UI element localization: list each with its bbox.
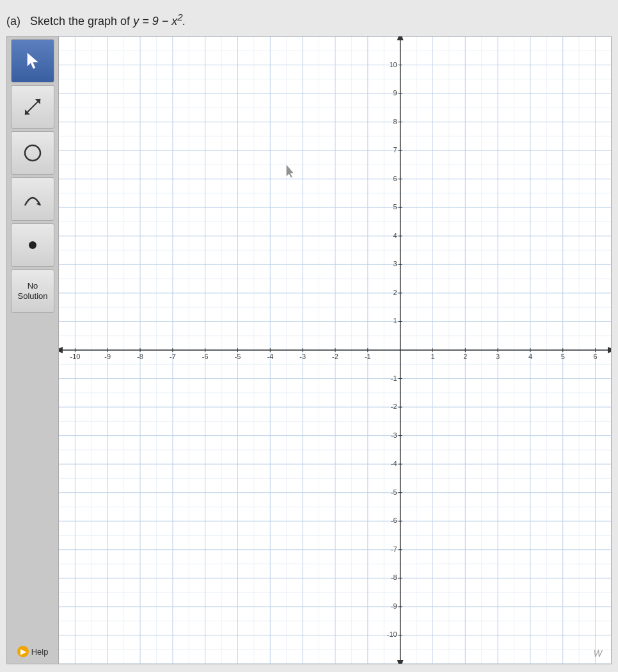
help-icon: ▶ <box>17 646 29 657</box>
page: (a) Sketch the graph of y = 9 − x2. <box>0 0 618 672</box>
question-label: (a) <box>6 15 20 28</box>
no-solution-button[interactable]: No Solution <box>11 269 54 313</box>
question-title: (a) Sketch the graph of y = 9 − x2. <box>6 12 612 28</box>
question-text: Sketch the graph of <box>30 15 133 28</box>
parabola-tool[interactable] <box>11 177 54 221</box>
graph-area[interactable]: W <box>58 36 611 664</box>
circle-tool[interactable] <box>11 131 54 175</box>
main-container: No Solution ▶ Help W <box>6 36 612 664</box>
watermark: W <box>594 648 602 659</box>
equation: y = 9 − x2. <box>133 15 186 28</box>
point-tool[interactable] <box>11 223 54 267</box>
svg-point-3 <box>25 145 40 161</box>
help-label: Help <box>31 647 49 657</box>
svg-point-5 <box>29 241 36 249</box>
pointer-tool[interactable] <box>11 39 54 83</box>
help-button[interactable]: ▶ Help <box>17 642 49 661</box>
graph-canvas <box>59 36 611 664</box>
scale-tool[interactable] <box>11 85 54 129</box>
toolbar: No Solution ▶ Help <box>7 36 58 664</box>
